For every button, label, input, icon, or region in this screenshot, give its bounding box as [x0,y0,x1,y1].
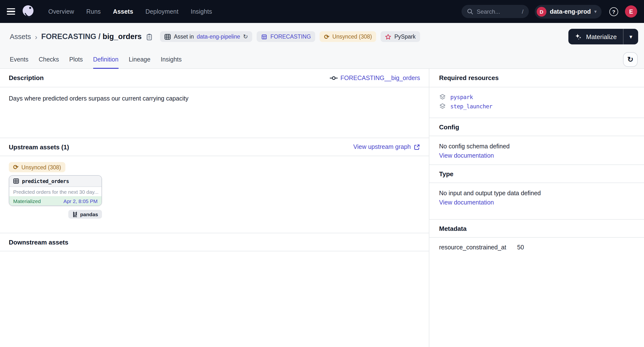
asset-node-header: predicted_orders [9,176,102,187]
resource-row: step_launcher [439,102,634,110]
upstream-graph-label: View upstream graph [353,144,411,150]
breadcrumb-assets-link[interactable]: Assets [10,33,31,40]
layers-icon [439,94,446,100]
page-header: Assets › FORECASTING / big_orders Asset … [0,23,644,69]
compute-kind-label: PySpark [394,34,416,40]
search-shortcut-hint: / [522,8,524,15]
nav-item-deployment[interactable]: Deployment [146,8,178,15]
materialized-timestamp[interactable]: Apr 2, 8:05 PM [64,198,98,204]
compute-kind-badge[interactable]: PySpark [381,31,420,42]
app-root: Overview Runs Assets Deployment Insights… [0,0,644,347]
metadata-value: 50 [517,244,524,251]
config-title: Config [439,123,459,130]
config-section-header: Config [429,118,644,136]
asset-node-description: Predicted orders for the next 30 day... [9,187,102,196]
nav-item-assets[interactable]: Assets [113,8,133,15]
pandas-tag-label: pandas [80,211,98,217]
breadcrumb-chevron-icon: › [35,32,37,41]
asset-in-pipeline-badge: Asset in data-eng-pipeline ↻ [160,31,252,42]
config-doc-link[interactable]: View documentation [439,152,634,159]
downstream-section-header: Downstream assets [0,233,429,251]
sparkles-icon [575,33,582,40]
breadcrumb-divider: / [96,32,103,41]
top-nav-bar: Overview Runs Assets Deployment Insights… [0,0,644,23]
group-badge[interactable]: FORECASTING [256,31,315,42]
job-link[interactable]: FORECASTING__big_orders [330,74,420,81]
unsynced-label: Unsynced (308) [332,34,372,40]
pipeline-link[interactable]: data-eng-pipeline [197,34,240,40]
pandas-tag[interactable]: pandas [68,210,102,219]
chevron-down-icon: ▾ [594,9,597,14]
help-icon[interactable]: ? [609,7,618,16]
unsynced-badge[interactable]: ⟳ Unsynced (308) [320,31,376,42]
view-upstream-graph-link[interactable]: View upstream graph [353,144,420,150]
asset-node-name: predicted_orders [22,178,69,184]
reload-icon[interactable]: ↻ [243,34,248,40]
resources-section-header: Required resources [429,69,644,87]
tab-insights[interactable]: Insights [161,50,182,68]
main-column: Description FORECASTING__big_orders Days… [0,69,429,347]
type-doc-link[interactable]: View documentation [439,199,634,206]
asset-tabs: Events Checks Plots Definition Lineage I… [0,50,644,69]
upstream-section-header: Upstream assets (1) View upstream graph [0,138,429,156]
asset-node-tags: pandas [9,210,102,219]
search-box[interactable]: / [462,5,529,18]
tab-definition[interactable]: Definition [93,50,118,68]
avatar[interactable]: E [625,5,637,18]
metadata-section-header: Metadata [429,219,644,238]
resource-link-step-launcher[interactable]: step_launcher [450,103,492,110]
workspace-badge: D [537,6,546,16]
downstream-title: Downstream assets [9,238,68,246]
sidebar-column: Required resources pyspark step_launcher… [429,69,644,347]
dagster-logo-icon[interactable] [20,4,36,19]
page-title: big_orders [103,32,142,41]
config-empty-text: No config schema defined [439,143,634,150]
breadcrumb: Assets › FORECASTING / big_orders Asset … [0,23,644,50]
upstream-unsynced-label: Unsynced (308) [22,164,61,170]
search-icon [467,8,473,15]
copy-icon[interactable] [146,33,153,40]
materialize-button[interactable]: Materialize [568,29,623,44]
nav-item-runs[interactable]: Runs [86,8,101,15]
resource-row: pyspark [439,93,634,100]
metadata-row: resource_constrained_at 50 [439,244,634,251]
refresh-button[interactable]: ↻ [623,52,638,67]
config-body: No config schema defined View documentat… [429,136,644,164]
definition-content: Description FORECASTING__big_orders Days… [0,69,644,347]
materialize-dropdown-button[interactable]: ▼ [624,29,638,44]
description-title: Description [9,74,44,82]
workspace-name: data-eng-prod [550,8,591,15]
asset-in-label: Asset in [174,34,194,40]
group-badge-label: FORECASTING [270,34,311,40]
description-text: Days where predicted orders surpass our … [9,95,188,102]
description-body: Days where predicted orders surpass our … [0,87,429,138]
workspace-switcher[interactable]: D data-eng-prod ▾ [535,5,602,18]
materialized-status: Materialized [13,198,41,204]
tab-checks[interactable]: Checks [38,50,59,68]
type-section-header: Type [429,164,644,183]
menu-icon[interactable] [7,8,15,14]
upstream-unsynced-badge[interactable]: ⟳ Unsynced (308) [9,162,66,172]
external-link-icon [414,144,420,150]
type-body: No input and output type data defined Vi… [429,183,644,219]
nav-item-overview[interactable]: Overview [48,8,74,15]
search-input[interactable] [477,8,512,15]
upstream-asset-node[interactable]: predicted_orders Predicted orders for th… [9,175,102,206]
op-icon [330,75,337,81]
sync-alert-icon: ⟳ [13,164,18,170]
tab-events[interactable]: Events [10,50,28,68]
breadcrumb-group: FORECASTING [41,32,96,41]
layers-icon [439,103,446,110]
table-icon [13,178,19,184]
nav-item-insights[interactable]: Insights [191,8,212,15]
asset-node-status-row: Materialized Apr 2, 8:05 PM [9,196,102,206]
metadata-table: resource_constrained_at 50 [429,238,644,257]
type-title: Type [439,170,454,178]
upstream-body: ⟳ Unsynced (308) predicted_orders Predic… [0,156,429,233]
resource-link-pyspark[interactable]: pyspark [450,94,473,100]
type-empty-text: No input and output type data defined [439,190,634,197]
tab-lineage[interactable]: Lineage [129,50,150,68]
tab-plots[interactable]: Plots [69,50,83,68]
metadata-title: Metadata [439,225,467,232]
pyspark-star-icon [385,34,392,40]
